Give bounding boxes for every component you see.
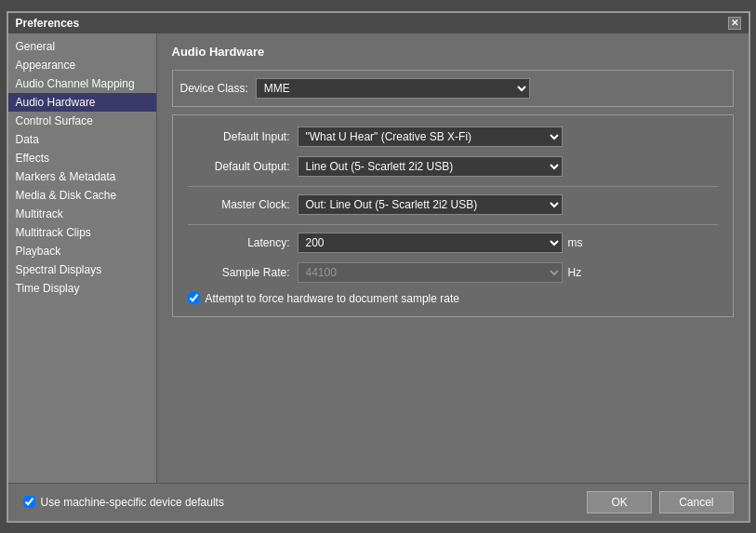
default-output-row: Default Output: Line Out (5- Scarlett 2i… — [188, 156, 718, 177]
sidebar-item-appearance[interactable]: Appearance — [8, 56, 156, 74]
force-hardware-label: Attempt to force hardware to document sa… — [206, 292, 459, 305]
latency-row: Latency: 2001005025 ms — [188, 233, 718, 253]
dialog-buttons: OK Cancel — [587, 491, 733, 513]
dialog-title: Preferences — [16, 17, 80, 30]
sidebar-item-playback[interactable]: Playback — [8, 242, 156, 260]
sidebar-item-markers-metadata[interactable]: Markers & Metadata — [8, 167, 156, 186]
sidebar-item-time-display[interactable]: Time Display — [8, 279, 156, 298]
main-content: Audio Hardware Device Class: MMEASIOWDM … — [157, 33, 749, 483]
use-machine-defaults-label: Use machine-specific device defaults — [41, 496, 224, 509]
master-clock-label: Master Clock: — [188, 198, 290, 211]
default-output-select[interactable]: Line Out (5- Scarlett 2i2 USB) — [298, 156, 563, 177]
sample-rate-select[interactable]: 44100 — [298, 262, 563, 283]
sidebar-item-control-surface[interactable]: Control Surface — [8, 112, 156, 130]
close-button[interactable]: ✕ — [728, 17, 741, 30]
sidebar-item-multitrack-clips[interactable]: Multitrack Clips — [8, 223, 156, 242]
sidebar-item-effects[interactable]: Effects — [8, 149, 156, 167]
sample-rate-unit: Hz — [568, 266, 582, 279]
default-input-label: Default Input: — [188, 130, 290, 143]
device-class-label: Device Class: — [180, 82, 248, 95]
divider-2 — [188, 224, 718, 225]
use-machine-defaults-checkbox[interactable] — [23, 496, 35, 508]
sidebar-item-audio-channel-mapping[interactable]: Audio Channel Mapping — [8, 74, 156, 93]
sidebar-item-general[interactable]: General — [8, 37, 156, 56]
sample-rate-label: Sample Rate: — [188, 266, 290, 279]
section-title: Audio Hardware — [172, 45, 734, 59]
latency-select[interactable]: 2001005025 — [298, 233, 563, 253]
latency-label: Latency: — [188, 236, 290, 249]
master-clock-row: Master Clock: Out: Line Out (5- Scarlett… — [188, 194, 718, 215]
default-input-row: Default Input: "What U Hear" (Creative S… — [188, 127, 718, 147]
dialog-body: GeneralAppearanceAudio Channel MappingAu… — [8, 33, 749, 483]
force-hardware-checkbox[interactable] — [188, 292, 200, 304]
audio-settings-box: Default Input: "What U Hear" (Creative S… — [172, 114, 734, 317]
device-class-select[interactable]: MMEASIOWDM — [256, 78, 530, 99]
divider-1 — [188, 186, 718, 187]
sidebar: GeneralAppearanceAudio Channel MappingAu… — [8, 33, 157, 483]
ok-button[interactable]: OK — [587, 491, 652, 513]
sidebar-item-media-disk-cache[interactable]: Media & Disk Cache — [8, 186, 156, 205]
use-machine-defaults-row: Use machine-specific device defaults — [23, 496, 588, 509]
cancel-button[interactable]: Cancel — [659, 491, 733, 513]
sample-rate-row: Sample Rate: 44100 Hz — [188, 262, 718, 283]
sidebar-item-multitrack[interactable]: Multitrack — [8, 205, 156, 223]
default-output-label: Default Output: — [188, 160, 290, 173]
sidebar-item-audio-hardware[interactable]: Audio Hardware — [8, 93, 156, 112]
bottom-bar: Use machine-specific device defaults OK … — [8, 483, 749, 521]
master-clock-select[interactable]: Out: Line Out (5- Scarlett 2i2 USB) — [298, 194, 563, 215]
sidebar-item-data[interactable]: Data — [8, 130, 156, 149]
preferences-dialog: Preferences ✕ GeneralAppearanceAudio Cha… — [7, 11, 750, 523]
force-hardware-row: Attempt to force hardware to document sa… — [188, 292, 718, 305]
title-bar: Preferences ✕ — [8, 13, 749, 33]
latency-unit: ms — [568, 236, 583, 249]
device-class-row: Device Class: MMEASIOWDM — [172, 70, 734, 107]
sidebar-item-spectral-displays[interactable]: Spectral Displays — [8, 260, 156, 279]
default-input-select[interactable]: "What U Hear" (Creative SB X-Fi) — [298, 127, 563, 147]
